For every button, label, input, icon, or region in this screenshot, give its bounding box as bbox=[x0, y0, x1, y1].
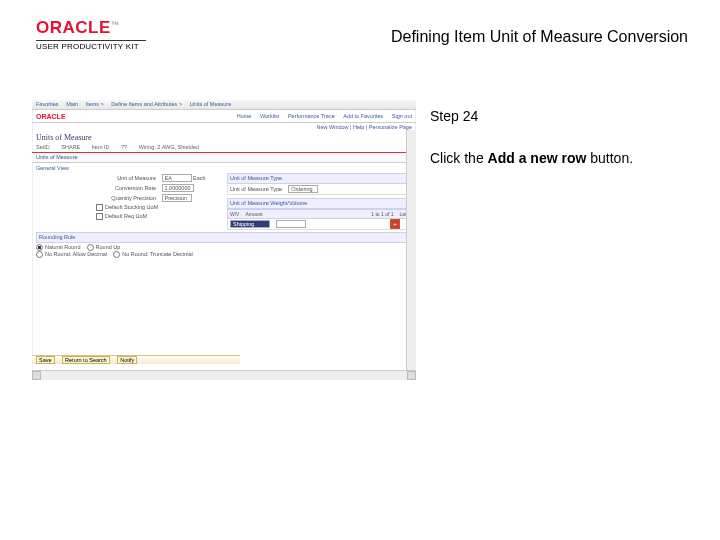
meta-row: SetID SHARE Item ID ?? Wiring, 2 AWG, Sh… bbox=[32, 144, 416, 152]
conv-label: Conversion Rate bbox=[96, 185, 156, 191]
uom-type-row: Unit of Measure Type Ordering bbox=[227, 184, 412, 195]
top-nav: Favorites Main Items > Define Items and … bbox=[32, 100, 416, 110]
uom-label: Unit of Measure bbox=[96, 175, 156, 181]
itemid-value: ?? bbox=[121, 144, 127, 150]
radio-natural-label: Natural Round bbox=[45, 244, 80, 250]
link-worklist[interactable]: Worklist bbox=[260, 113, 279, 119]
instruction-text: Click the Add a new row button. bbox=[430, 150, 700, 166]
item-desc: Wiring, 2 AWG, Shielded bbox=[139, 144, 199, 150]
brand-row: ORACLE Home Worklist Performance Trace A… bbox=[32, 110, 416, 123]
col-amt: Amount bbox=[245, 211, 262, 217]
uom-type-select[interactable]: Ordering bbox=[288, 185, 318, 193]
product-name: USER PRODUCTIVITY KIT bbox=[36, 40, 146, 51]
action-bar: Save Return to Search Notify bbox=[32, 355, 240, 364]
setid-value: SHARE bbox=[61, 144, 80, 150]
wv-hdr: Unit of Measure Weight/Volume bbox=[227, 198, 412, 209]
instruction-bold: Add a new row bbox=[488, 150, 587, 166]
brand-mini: ORACLE bbox=[36, 113, 66, 120]
radio-nornd-trunc-label: No Round: Truncate Decimal bbox=[122, 251, 193, 257]
uom-type-hdr: Unit of Measure Type bbox=[227, 173, 412, 184]
save-button[interactable]: Save bbox=[36, 356, 55, 364]
trademark: ™ bbox=[111, 20, 119, 29]
page-title: Defining Item Unit of Measure Conversion bbox=[391, 28, 688, 46]
radio-natural[interactable] bbox=[36, 244, 43, 251]
app-screenshot: Favorites Main Items > Define Items and … bbox=[32, 100, 416, 380]
oracle-logo: ORACLE™ USER PRODUCTIVITY KIT bbox=[36, 18, 146, 51]
uom-hint: Each bbox=[193, 175, 206, 181]
wv-amount-input[interactable] bbox=[276, 220, 306, 228]
wv-columns: W/V Amount 1 to 1 of 1 Last bbox=[227, 209, 412, 219]
rounding-section: Rounding Rule Natural Round Round Up No … bbox=[32, 230, 416, 260]
notify-button[interactable]: Notify bbox=[117, 356, 137, 364]
link-home[interactable]: Home bbox=[237, 113, 252, 119]
cb-stocking[interactable] bbox=[96, 204, 103, 211]
instruction-panel: Step 24 Click the Add a new row button. bbox=[430, 108, 700, 166]
wv-row: Shipping + – bbox=[227, 219, 412, 230]
nav-item[interactable]: Favorites bbox=[36, 101, 59, 107]
radio-nornd-trunc[interactable] bbox=[113, 251, 120, 258]
section-general: General View bbox=[32, 163, 416, 173]
nav-item[interactable]: Main bbox=[66, 101, 78, 107]
wv-select[interactable]: Shipping bbox=[230, 220, 270, 228]
form-left: Unit of Measure EA Each Conversion Rate … bbox=[36, 173, 221, 230]
conv-input[interactable]: 1.0000000 bbox=[162, 184, 194, 192]
instruction-post: button. bbox=[586, 150, 633, 166]
link-perf[interactable]: Performance Trace bbox=[288, 113, 335, 119]
uom-input[interactable]: EA bbox=[162, 174, 192, 182]
window-links[interactable]: New Window | Help | Personalize Page bbox=[32, 123, 416, 131]
link-signout[interactable]: Sign out bbox=[392, 113, 412, 119]
setid-label: SetID bbox=[36, 144, 50, 150]
cb-req-label: Default Req UoM bbox=[105, 213, 147, 219]
col-wv: W/V bbox=[230, 211, 239, 217]
radio-up-label: Round Up bbox=[96, 244, 121, 250]
uom-type-label: Unit of Measure Type bbox=[230, 186, 282, 192]
radio-up[interactable] bbox=[87, 244, 94, 251]
global-links: Home Worklist Performance Trace Add to F… bbox=[230, 113, 412, 119]
qty-input[interactable]: Precision bbox=[162, 194, 192, 202]
col-nav: 1 to 1 of 1 bbox=[371, 211, 393, 217]
cb-stocking-label: Default Stocking UoM bbox=[105, 204, 158, 210]
form-right: Unit of Measure Type Unit of Measure Typ… bbox=[227, 173, 412, 230]
nav-item[interactable]: Define Items and Attributes > bbox=[111, 101, 182, 107]
return-button[interactable]: Return to Search bbox=[62, 356, 110, 364]
qty-label: Quantity Precision bbox=[96, 195, 156, 201]
instruction-pre: Click the bbox=[430, 150, 488, 166]
link-fav[interactable]: Add to Favorites bbox=[343, 113, 383, 119]
rounding-hdr: Rounding Rule bbox=[36, 232, 412, 243]
cb-req[interactable] bbox=[96, 213, 103, 220]
radio-nornd-dec-label: No Round: Allow Decimal bbox=[45, 251, 107, 257]
vertical-scrollbar[interactable] bbox=[406, 130, 416, 371]
nav-item[interactable]: Items > bbox=[86, 101, 104, 107]
brand-text: ORACLE bbox=[36, 18, 111, 37]
radio-nornd-dec[interactable] bbox=[36, 251, 43, 258]
horizontal-scrollbar[interactable] bbox=[32, 370, 416, 380]
step-number: Step 24 bbox=[430, 108, 700, 124]
page-heading: Units of Measure bbox=[32, 131, 416, 144]
tab-uom[interactable]: Units of Measure bbox=[32, 152, 416, 163]
add-row-button[interactable]: + bbox=[390, 219, 400, 229]
itemid-label: Item ID bbox=[92, 144, 110, 150]
nav-item[interactable]: Units of Measure bbox=[190, 101, 232, 107]
